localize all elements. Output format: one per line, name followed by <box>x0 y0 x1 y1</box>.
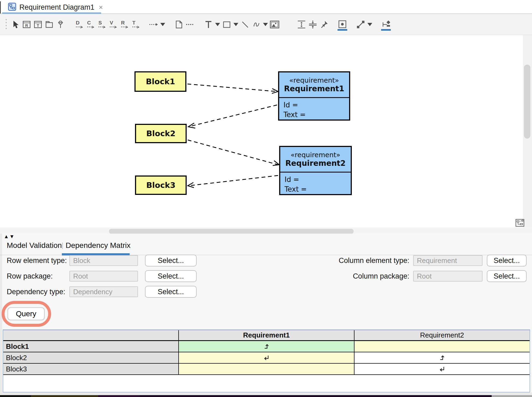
diagram-tab-bar: Requirement Diagram1 × <box>0 0 532 14</box>
svg-text:S: S <box>98 20 102 26</box>
testcase-node-tool[interactable]: T <box>32 17 44 31</box>
tab-model-validation[interactable]: Model Validation <box>7 241 62 250</box>
rectangle-tool-dropdown[interactable] <box>232 17 239 31</box>
requirement-node-tool[interactable]: R <box>21 17 32 31</box>
matrix-header-row: Requirement1 Requirement2 <box>3 330 530 341</box>
row-element-type-label: Row element type: <box>7 255 67 266</box>
anchor-pin-tool[interactable] <box>55 17 66 31</box>
satisfy-dependency-tool[interactable]: S <box>96 17 107 31</box>
requirement1-attributes: Id = Text = <box>279 98 349 120</box>
part-port-tool[interactable] <box>380 17 392 31</box>
matrix-cell-block1-requirement2[interactable] <box>354 341 530 352</box>
requirement2-stereotype: «requirement» <box>291 151 341 159</box>
column-element-type-label: Column element type: <box>307 255 409 266</box>
block2-node[interactable]: Block2 <box>135 124 187 143</box>
matrix-column-requirement1[interactable]: Requirement1 <box>179 330 354 340</box>
matrix-row-block2: Block2 <box>3 352 530 364</box>
chevron-down-icon <box>233 23 238 26</box>
dependency-matrix-table: Requirement1 Requirement2 Block1 Block2 <box>3 329 530 392</box>
rectangle-tool[interactable] <box>221 17 232 31</box>
dependency-type-select-button[interactable]: Select... <box>145 286 197 298</box>
window-edge <box>0 1 1 14</box>
dependency-row-to-column-icon <box>263 343 270 350</box>
requirement2-name: Requirement2 <box>285 159 346 168</box>
column-package-field[interactable]: Root <box>413 271 483 282</box>
refine-dependency-tool[interactable]: R <box>118 17 130 31</box>
dependency-type-field[interactable]: Dependency <box>69 286 138 297</box>
row-element-type-field[interactable]: Block <box>69 255 138 266</box>
requirement1-node[interactable]: «requirement» Requirement1 Id = Text = <box>278 71 350 121</box>
matrix-row-label-block2[interactable]: Block2 <box>3 352 179 363</box>
panel-collapse-expand-icons[interactable]: ▲▼ <box>4 234 15 240</box>
diagram-canvas[interactable]: Block1 «requirement» Requirement1 Id = T… <box>0 35 532 227</box>
matrix-row-label-block1[interactable]: Block1 <box>3 341 179 352</box>
dependency-line-dropdown[interactable] <box>159 17 166 31</box>
matrix-corner-cell <box>3 330 179 340</box>
align-center-tool[interactable] <box>307 17 318 31</box>
column-package-select-button[interactable]: Select... <box>487 270 527 282</box>
tab-dependency-matrix[interactable]: Dependency Matrix <box>66 241 130 250</box>
desktop-edge-strip <box>0 395 532 397</box>
tab-title: Requirement Diagram1 <box>19 3 94 12</box>
image-tool[interactable] <box>269 17 280 31</box>
chevron-down-icon <box>160 23 165 26</box>
row-package-select-button[interactable]: Select... <box>145 270 197 282</box>
dot-in-box-tool[interactable] <box>337 17 348 31</box>
svg-text:R: R <box>121 20 125 26</box>
requirement2-node[interactable]: «requirement» Requirement2 Id = Text = <box>279 146 352 195</box>
block3-node[interactable]: Block3 <box>135 175 187 195</box>
matrix-row-block1: Block1 <box>3 341 530 352</box>
requirement1-text-line: Text = <box>283 110 349 120</box>
requirement1-id-line: Id = <box>283 100 349 110</box>
row-package-field[interactable]: Root <box>69 271 138 282</box>
copy-dependency-tool[interactable]: C <box>84 17 96 31</box>
matrix-cell-block2-requirement2[interactable] <box>354 352 530 363</box>
requirement2-text-line: Text = <box>285 184 351 194</box>
tab-separator: | <box>62 241 63 250</box>
svg-text:C: C <box>87 20 91 26</box>
matrix-cell-block2-requirement1[interactable] <box>179 352 354 363</box>
svg-text:D: D <box>76 20 80 26</box>
diagram-overview-icon[interactable] <box>515 218 525 228</box>
block1-node[interactable]: Block1 <box>134 71 186 92</box>
curve-tool-dropdown[interactable] <box>262 17 269 31</box>
distribute-vertical-tool[interactable] <box>296 17 307 31</box>
diagram-toolbar: R T D C S V <box>0 14 532 35</box>
vertical-scrollbar-thumb[interactable] <box>524 65 530 139</box>
freehand-curve-tool[interactable] <box>251 17 262 31</box>
column-element-type-field[interactable]: Requirement <box>413 255 483 266</box>
tab-requirement-diagram[interactable]: Requirement Diagram1 × <box>8 2 103 13</box>
vertical-scrollbar[interactable] <box>523 35 532 227</box>
requirement1-name: Requirement1 <box>284 84 344 93</box>
toolbar-drag-handle[interactable] <box>3 17 10 31</box>
matrix-row-label-block3[interactable]: Block3 <box>3 364 179 374</box>
select-cursor-tool[interactable] <box>10 17 21 31</box>
package-tool[interactable] <box>44 17 55 31</box>
trace-dependency-tool[interactable]: T <box>130 17 141 31</box>
pushpin-tool[interactable] <box>318 17 330 31</box>
chevron-down-icon <box>215 23 220 26</box>
matrix-cell-block3-requirement1[interactable] <box>179 364 354 374</box>
panel-tab-row: Model Validation | Dependency Matrix <box>0 240 532 251</box>
matrix-column-requirement2[interactable]: Requirement2 <box>354 330 530 340</box>
matrix-cell-block3-requirement2[interactable] <box>354 364 530 374</box>
column-element-type-select-button[interactable]: Select... <box>487 255 527 266</box>
verify-dependency-tool[interactable]: V <box>107 17 118 31</box>
dependency-line-tool[interactable] <box>148 17 159 31</box>
chevron-down-icon <box>367 23 372 26</box>
row-package-label: Row package: <box>7 271 53 282</box>
query-button[interactable]: Query <box>8 307 45 320</box>
text-tool-dropdown[interactable] <box>214 17 221 31</box>
note-tool[interactable] <box>173 17 185 31</box>
note-anchor-tool[interactable] <box>185 17 196 31</box>
requirement2-id-line: Id = <box>285 175 351 184</box>
row-element-type-select-button[interactable]: Select... <box>145 255 197 266</box>
connector-tool[interactable] <box>355 17 366 31</box>
matrix-cell-block1-requirement1[interactable] <box>179 341 354 352</box>
line-tool[interactable] <box>239 17 251 31</box>
connector-tool-dropdown[interactable] <box>366 17 373 31</box>
derive-dependency-tool[interactable]: D <box>73 17 84 31</box>
tab-close-icon[interactable]: × <box>99 3 103 12</box>
text-tool[interactable] <box>203 17 214 31</box>
horizontal-scrollbar-thumb[interactable] <box>109 229 354 234</box>
